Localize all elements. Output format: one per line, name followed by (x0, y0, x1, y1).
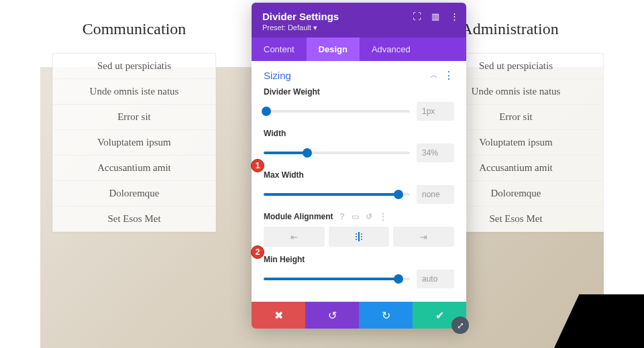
alignment-segmented: ⇤ ⇥ (264, 227, 454, 247)
align-left-button[interactable]: ⇤ (264, 227, 325, 247)
field-width: Width (264, 129, 454, 162)
maxwidth-input[interactable] (417, 185, 454, 204)
collapse-icon[interactable]: ︿ (430, 70, 438, 81)
field-max-width: Max Width (264, 170, 454, 204)
minheight-slider[interactable] (264, 278, 410, 280)
field-menu-icon[interactable]: ⋮ (379, 212, 387, 221)
resize-handle[interactable]: ⤢ (451, 316, 469, 334)
minheight-input[interactable] (417, 270, 454, 288)
undo-icon[interactable]: ↺ (366, 212, 372, 221)
field-min-height: Min Height (264, 255, 454, 288)
list-item[interactable]: Unde omnis iste natus (53, 78, 215, 104)
column-communication: Communication Sed ut perspiciatis Unde o… (40, 20, 228, 348)
more-icon[interactable]: ⋮ (449, 11, 460, 21)
field-divider-weight: Divider Weight (264, 87, 454, 121)
undo-button[interactable]: ↺ (305, 302, 359, 329)
help-icon[interactable]: ? (340, 212, 345, 221)
modal-footer: ✖ ↺ ↻ ✔ (252, 302, 466, 329)
tab-content[interactable]: Content (252, 38, 307, 61)
field-label: Width (264, 129, 454, 138)
field-label: Max Width (264, 170, 454, 180)
align-center-button[interactable] (329, 227, 390, 247)
weight-slider[interactable] (264, 110, 410, 113)
preset-dropdown[interactable]: Preset: Default ▾ (262, 23, 455, 32)
list-item[interactable]: Error sit (53, 104, 215, 129)
width-input[interactable] (417, 143, 454, 162)
callout-badge-1: 1 (251, 159, 264, 172)
grid-icon[interactable]: ▥ (430, 11, 441, 21)
maxwidth-slider[interactable] (264, 193, 410, 196)
expand-icon[interactable]: ⛶ (411, 11, 422, 21)
field-label: Divider Weight (264, 87, 454, 97)
field-label: Min Height (264, 255, 454, 264)
align-right-button[interactable]: ⇥ (393, 227, 454, 247)
weight-input[interactable] (417, 102, 454, 121)
list-item[interactable]: Doloremque (53, 180, 215, 206)
cancel-button[interactable]: ✖ (252, 302, 305, 329)
divider-settings-modal: Divider Settings Preset: Default ▾ ⛶ ▥ ⋮… (252, 3, 466, 329)
callout-badge-2: 2 (251, 245, 264, 259)
responsive-icon[interactable]: ▭ (352, 212, 359, 221)
field-module-alignment: Module Alignment ? ▭ ↺ ⋮ ⇤ ⇥ (264, 212, 454, 247)
section-menu-icon[interactable]: ⋮ (443, 69, 454, 82)
list-item[interactable]: Sed ut perspiciatis (53, 54, 215, 78)
list-card: Sed ut perspiciatis Unde omnis iste natu… (52, 53, 216, 232)
list-item[interactable]: Set Esos Met (53, 206, 215, 231)
tab-design[interactable]: Design (307, 38, 360, 61)
list-item[interactable]: Accusantium amit (53, 155, 215, 180)
column-title: Communication (40, 20, 228, 38)
modal-tabs: Content Design Advanced (252, 38, 466, 61)
list-item[interactable]: Voluptatem ipsum (53, 129, 215, 155)
field-label: Module Alignment (264, 212, 333, 221)
redo-button[interactable]: ↻ (359, 302, 413, 329)
modal-header[interactable]: Divider Settings Preset: Default ▾ ⛶ ▥ ⋮ (252, 3, 466, 38)
width-slider[interactable] (264, 152, 410, 154)
section-title[interactable]: Sizing (264, 70, 291, 81)
sizing-section: Sizing ︿ ⋮ Divider Weight Width (252, 61, 466, 302)
tab-advanced[interactable]: Advanced (360, 38, 423, 61)
